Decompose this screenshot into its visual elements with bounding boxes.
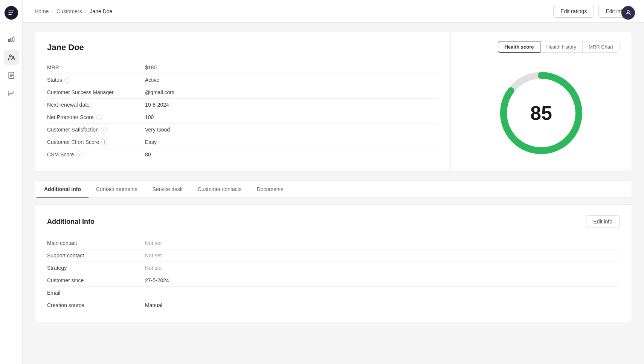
info-label-csm: Customer Success Manager — [47, 89, 145, 95]
info-label-csat: Customer Satisfaction i — [47, 127, 145, 133]
svg-point-7 — [12, 56, 14, 58]
info-value-ces: Easy — [145, 139, 157, 145]
tab-health-score[interactable]: Health score — [498, 41, 540, 53]
sidebar-item-analytics[interactable] — [4, 32, 19, 47]
info-label-nps: Net Promoter Score i — [47, 114, 145, 120]
info-row-csm: Customer Success Manager @gmail.com — [47, 86, 438, 99]
sidebar-item-reports[interactable] — [4, 86, 19, 101]
csat-info-icon[interactable]: i — [101, 127, 107, 133]
tab-health-history[interactable]: Health history — [540, 41, 583, 53]
additional-row-main-contact: Main contact Not set — [47, 237, 620, 249]
info-row-csat: Customer Satisfaction i Very Good — [47, 124, 438, 136]
sidebar-nav — [4, 32, 19, 101]
info-value-nps: 100 — [145, 114, 154, 120]
additional-info-table: Main contact Not set Support contact Not… — [47, 237, 620, 311]
tabs-container: Additional info Contact moments Service … — [35, 180, 632, 198]
additional-info-header: Additional Info Edit info — [47, 215, 620, 228]
info-label-renewal: Next renewal date — [47, 102, 145, 108]
info-label-status: Status i — [47, 77, 145, 83]
info-row-ces: Customer Effort Score i Easy — [47, 136, 438, 148]
additional-value-creation-source: Manual — [145, 302, 162, 308]
sidebar — [0, 0, 23, 364]
app-logo[interactable] — [5, 6, 18, 20]
additional-label-email: Email — [47, 290, 145, 296]
additional-row-strategy: Strategy Not set — [47, 262, 620, 274]
info-value-status: Active — [145, 77, 159, 83]
nps-info-icon[interactable]: i — [96, 114, 102, 120]
customer-info-table: MRR $180 Status i Active Customer Succes… — [47, 61, 438, 161]
additional-row-support-contact: Support contact Not set — [47, 249, 620, 262]
info-value-csm-score: 80 — [145, 151, 151, 158]
additional-label-customer-since: Customer since — [47, 277, 145, 283]
top-bar: Home › Customers › Jane Doe Edit ratings… — [23, 0, 644, 23]
customer-info-panel: Jane Doe MRR $180 Status i Active — [35, 32, 451, 171]
additional-value-support-contact: Not set — [145, 252, 162, 258]
info-value-csm: @gmail.com — [145, 89, 174, 95]
additional-label-main-contact: Main contact — [47, 240, 145, 246]
info-row-nps: Net Promoter Score i 100 — [47, 111, 438, 124]
breadcrumb: Home › Customers › Jane Doe — [35, 8, 112, 14]
tab-contact-moments[interactable]: Contact moments — [89, 181, 145, 198]
main-tabs-bar: Additional info Contact moments Service … — [35, 181, 632, 198]
info-row-status: Status i Active — [47, 74, 438, 86]
info-row-csm-score: CSM Score i 80 — [47, 148, 438, 161]
customer-name: Jane Doe — [47, 43, 438, 52]
tab-documents[interactable]: Documents — [249, 181, 291, 198]
additional-row-creation-source: Creation source Manual — [47, 299, 620, 311]
info-label-ces: Customer Effort Score i — [47, 139, 145, 145]
edit-ratings-button[interactable]: Edit ratings — [553, 5, 594, 18]
ces-info-icon[interactable]: i — [101, 139, 107, 145]
additional-row-email: Email — [47, 287, 620, 299]
tab-service-desk[interactable]: Service desk — [145, 181, 190, 198]
customer-card: Jane Doe MRR $180 Status i Active — [35, 32, 632, 171]
info-label-mrr: MRR — [47, 64, 145, 70]
status-info-icon[interactable]: i — [64, 77, 70, 83]
additional-info-card: Additional Info Edit info Main contact N… — [35, 204, 632, 322]
health-panel: Health score Health history MRR Chart 85 — [451, 32, 632, 171]
edit-info-button-additional[interactable]: Edit info — [586, 215, 620, 228]
additional-value-main-contact: Not set — [145, 240, 162, 246]
sidebar-item-customers[interactable] — [4, 50, 19, 65]
info-value-csat: Very Good — [145, 127, 170, 133]
additional-value-strategy: Not set — [145, 265, 162, 271]
additional-label-support-contact: Support contact — [47, 252, 145, 258]
main-content: Home › Customers › Jane Doe Edit ratings… — [23, 0, 644, 364]
svg-rect-3 — [8, 39, 9, 42]
additional-row-customer-since: Customer since 27-5-2024 — [47, 274, 620, 287]
additional-label-strategy: Strategy — [47, 265, 145, 271]
svg-point-6 — [9, 55, 11, 57]
health-score-value: 85 — [530, 102, 552, 124]
additional-info-title: Additional Info — [47, 218, 95, 226]
breadcrumb-sep-1: › — [52, 8, 53, 14]
health-tabs: Health score Health history MRR Chart — [498, 41, 620, 53]
info-value-mrr: $180 — [145, 64, 157, 70]
info-value-renewal: 10-8-2024 — [145, 102, 169, 108]
info-label-csm-score: CSM Score i — [47, 151, 145, 158]
page-content: Jane Doe MRR $180 Status i Active — [23, 23, 644, 331]
user-avatar[interactable] — [621, 6, 635, 20]
additional-label-creation-source: Creation source — [47, 302, 145, 308]
breadcrumb-current: Jane Doe — [90, 8, 112, 14]
csm-score-info-icon[interactable]: i — [76, 151, 82, 158]
svg-rect-4 — [11, 38, 12, 42]
tab-mrr-chart[interactable]: MRR Chart — [582, 41, 620, 53]
health-score-chart: 85 — [496, 68, 586, 158]
breadcrumb-home[interactable]: Home — [35, 8, 49, 14]
additional-value-customer-since: 27-5-2024 — [145, 277, 169, 283]
breadcrumb-customers[interactable]: Customers — [56, 8, 82, 14]
tab-additional-info[interactable]: Additional info — [37, 181, 89, 198]
svg-point-15 — [627, 11, 629, 13]
info-row-renewal: Next renewal date 10-8-2024 — [47, 99, 438, 111]
sidebar-item-documents[interactable] — [4, 68, 19, 83]
tab-customer-contacts[interactable]: Customer contacts — [190, 181, 249, 198]
breadcrumb-sep-2: › — [85, 8, 87, 14]
svg-rect-5 — [13, 37, 14, 41]
info-row-mrr: MRR $180 — [47, 61, 438, 74]
top-actions: Edit ratings Edit info — [553, 5, 632, 18]
